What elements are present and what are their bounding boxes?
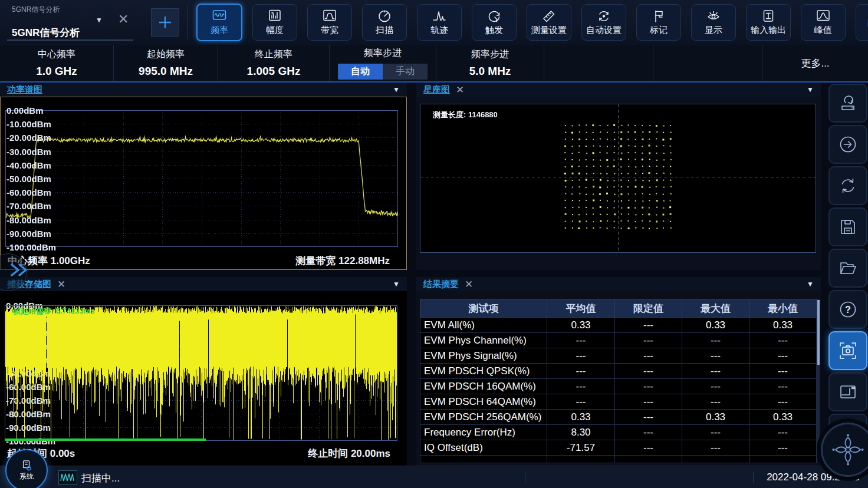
y-axis-tick: -10.00dBm: [6, 119, 51, 129]
marker-icon: [651, 9, 666, 24]
expand-drawer-button[interactable]: [7, 261, 34, 281]
y-axis-tick: -40.00dBm: [6, 160, 51, 170]
more-settings-button[interactable]: 更多...: [762, 45, 868, 81]
toolbar-button-peak[interactable]: 峰值: [801, 4, 846, 41]
capture-storage-chart[interactable]: 帧起始偏移: 5.74133ms 起始时间 0.00s 终止时间 20.00ms…: [0, 291, 407, 466]
system-button[interactable]: 系统: [5, 449, 48, 488]
toolbar-button-custom[interactable]: 自定义: [856, 4, 868, 41]
toolbar-button-label: 触发: [485, 25, 503, 36]
app-tab[interactable]: 5GNR信号分析 ▼ 5GNR信号分析 ✕: [0, 0, 147, 45]
toolbar-button-auto-setup[interactable]: 自动设置: [581, 4, 626, 41]
center-frequency-cell[interactable]: 中心频率 1.0 GHz: [0, 45, 114, 81]
capture-stop-time-readout: 终止时间 20.00ms: [308, 447, 390, 460]
collapse-caret-icon[interactable]: ▼: [393, 280, 400, 288]
frequency-step-mode-toggle: 自动 手动: [338, 64, 428, 80]
constellation-title[interactable]: 星座图: [423, 84, 450, 95]
toolbar-button-trigger[interactable]: 触发: [472, 4, 517, 41]
table-cell: ---: [615, 410, 682, 425]
power-spectrum-trace: [5, 110, 398, 247]
tab-dropdown-caret-icon[interactable]: ▼: [96, 16, 103, 24]
constellation-panel: 星座图 ✕ ▼ 测量长度: 1146880: [416, 83, 821, 270]
table-cell: EVM PDSCH QPSK(%): [420, 364, 547, 379]
preset-icon: [837, 93, 859, 114]
bandwidth-icon: [322, 9, 337, 24]
stop-frequency-cell[interactable]: 终止频率 1.005 GHz: [218, 45, 330, 81]
power-spectrum-title[interactable]: 功率谱图: [7, 84, 42, 95]
table-cell: ---: [547, 364, 615, 379]
toolbar-button-frequency[interactable]: 频率: [196, 4, 242, 41]
open-file-button[interactable]: [828, 249, 867, 288]
toolbar-divider: [188, 5, 188, 39]
results-table-scrollbar[interactable]: [817, 299, 820, 449]
table-cell: 0.33: [547, 318, 615, 333]
results-close-icon[interactable]: ✕: [465, 279, 473, 289]
scrollbar-thumb[interactable]: [817, 300, 820, 365]
restart-button[interactable]: [828, 166, 867, 205]
collapse-caret-icon[interactable]: ▼: [393, 85, 400, 94]
y-axis-tick: -90.00dBm: [6, 229, 51, 239]
table-row: EVM Phys Signal(%)------------: [420, 348, 817, 364]
step-mode-auto-option[interactable]: 自动: [338, 64, 383, 80]
preset-button[interactable]: [828, 84, 867, 123]
capture-close-icon[interactable]: ✕: [57, 279, 65, 289]
table-cell: 0.33: [749, 410, 817, 425]
status-divider: [525, 471, 525, 483]
frequency-step-value-cell[interactable]: 频率步进 5.0 MHz: [436, 45, 544, 81]
start-frequency-cell[interactable]: 起始频率 995.0 MHz: [114, 45, 218, 81]
sweep-icon: [377, 9, 392, 24]
table-row: EVM PDSCH 256QAM(%)0.33---0.330.33: [420, 410, 817, 425]
table-cell: ---: [547, 379, 615, 394]
table-cell: ---: [615, 348, 682, 364]
toolbar-button-display[interactable]: 显示: [691, 4, 736, 41]
results-table: 测试项平均值限定值最大值最小值EVM All(%)0.33---0.330.33…: [420, 299, 817, 463]
signal-analyzer-app: 5GNR信号分析 ▼ 5GNR信号分析 ✕ 频率幅度带宽扫描轨迹触发测量设置自动…: [0, 0, 868, 488]
collapse-caret-icon[interactable]: ▼: [807, 280, 814, 288]
auto-setup-icon: [596, 9, 611, 24]
results-summary-header: 结果摘要 ✕ ▼: [416, 277, 821, 291]
toolbar-button-trace[interactable]: 轨迹: [417, 4, 462, 41]
power-spectrum-chart[interactable]: 中心频率 1.00GHz 测量带宽 122.88MHz 0.00dBm-10.0…: [0, 97, 407, 270]
toolbar-button-marker[interactable]: 标记: [636, 4, 681, 41]
help-button[interactable]: ?: [828, 290, 867, 329]
single-sweep-button[interactable]: [828, 125, 867, 164]
results-summary-title[interactable]: 结果摘要: [423, 279, 459, 290]
constellation-chart[interactable]: 测量长度: 1146880: [416, 97, 821, 270]
table-row: EVM PDSCH 64QAM(%)------------: [420, 394, 817, 410]
constellation-close-icon[interactable]: ✕: [456, 85, 464, 95]
toolbar-button-label: 标记: [650, 25, 668, 36]
table-cell: 0.33: [682, 410, 749, 425]
window-layout-icon: [837, 381, 859, 403]
add-measurement-button[interactable]: [151, 8, 179, 37]
start-frequency-value: 995.0 MHz: [139, 65, 193, 78]
table-cell: ---: [749, 425, 817, 440]
toolbar-button-label: 带宽: [321, 25, 338, 36]
status-bar: 系统 扫描中... 2022-04-28 09:20:10: [0, 466, 868, 488]
top-toolbar: 5GNR信号分析 ▼ 5GNR信号分析 ✕ 频率幅度带宽扫描轨迹触发测量设置自动…: [0, 0, 868, 45]
toolbar-button-input-output[interactable]: 输入输出: [746, 4, 791, 41]
window-layout-button[interactable]: [828, 372, 867, 411]
peak-icon: [816, 9, 831, 24]
single-sweep-icon: [837, 134, 859, 155]
capture-storage-trace: [5, 305, 397, 441]
table-header-row: 测试项平均值限定值最大值最小值: [420, 299, 817, 318]
step-mode-manual-option[interactable]: 手动: [383, 64, 428, 80]
status-divider: [753, 471, 754, 483]
capture-storage-panel: 捕获存储图 ✕ ▼ 帧起始偏移: 5.74133ms 起始时间 0.00s 终止…: [0, 277, 407, 466]
table-cell: ---: [682, 364, 749, 379]
collapse-caret-icon[interactable]: ▼: [807, 85, 814, 94]
table-cell: EVM Phys Signal(%): [420, 348, 547, 364]
table-cell: [682, 456, 749, 463]
tab-close-icon[interactable]: ✕: [118, 13, 129, 26]
save-button[interactable]: [828, 207, 867, 246]
stop-frequency-label: 终止频率: [255, 48, 292, 61]
toolbar-button-sweep[interactable]: 扫描: [362, 4, 407, 41]
toolbar-button-measure-setup[interactable]: 测量设置: [527, 4, 571, 41]
display-icon: [706, 9, 721, 24]
results-summary-panel: 结果摘要 ✕ ▼ 测试项平均值限定值最大值最小值EVM All(%)0.33--…: [416, 277, 821, 466]
app-tab-title: 5GNR信号分析: [12, 26, 80, 39]
table-cell: ---: [749, 364, 817, 379]
screenshot-button[interactable]: [828, 331, 867, 370]
toolbar-button-bandwidth[interactable]: 带宽: [307, 4, 352, 41]
restart-icon: [837, 175, 859, 196]
toolbar-button-amplitude[interactable]: 幅度: [252, 4, 297, 41]
